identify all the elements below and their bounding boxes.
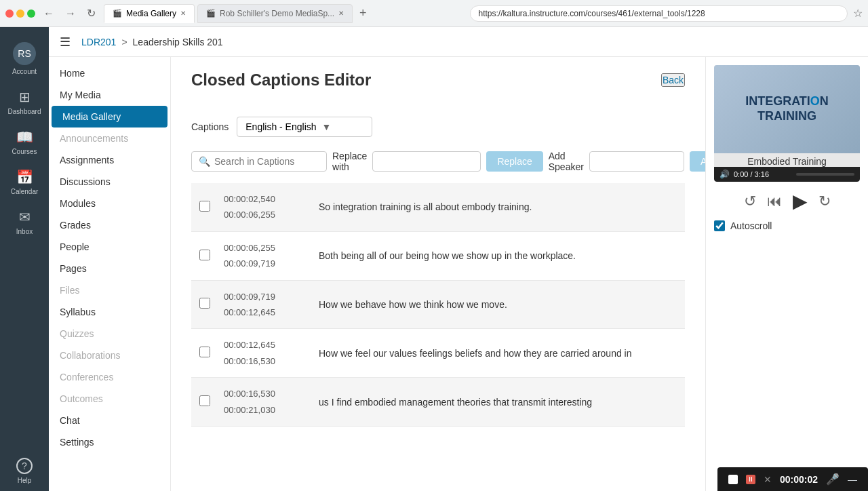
star-icon[interactable]: ☆	[853, 7, 863, 20]
caption-time-start: 00:00:12,645	[224, 337, 308, 353]
nav-dashboard[interactable]: ⊞ Dashboard	[0, 82, 49, 122]
rewind-button[interactable]: ↺	[744, 193, 756, 210]
video-thumb-image: INTEGRATIONTRAINING	[714, 65, 860, 153]
replace-button[interactable]: Replace	[486, 151, 542, 172]
search-input[interactable]	[214, 156, 323, 167]
table-row: 00:00:06,255 00:00:09,719 Both being all…	[191, 231, 685, 280]
close-dot[interactable]	[5, 9, 14, 18]
browser-chrome: ← → ↻ 🎬 Media Gallery ✕ 🎬 Rob Schiller's…	[0, 0, 868, 27]
caption-checkbox-cell	[191, 183, 218, 231]
sidebar-item-assignments[interactable]: Assignments	[49, 149, 170, 171]
caption-checkbox[interactable]	[199, 298, 210, 309]
video-progress-bar[interactable]	[796, 173, 854, 176]
caption-checkbox[interactable]	[199, 395, 210, 406]
breadcrumb-course-code[interactable]: LDR201	[81, 37, 116, 47]
caption-checkbox[interactable]	[199, 347, 210, 357]
sidebar-item-grades[interactable]: Grades	[49, 214, 170, 236]
caption-checkbox-cell	[191, 231, 218, 280]
tab-close-icon[interactable]: ✕	[180, 9, 186, 17]
back-button[interactable]: Back	[661, 73, 685, 87]
video-panel: INTEGRATIONTRAINING Embodied Training 🔊 …	[705, 57, 868, 491]
caption-time-end: 00:00:06,255	[224, 207, 308, 222]
tab-label: Media Gallery	[126, 9, 176, 18]
account-avatar: RS	[13, 42, 36, 65]
caption-checkbox[interactable]	[199, 250, 210, 260]
table-row: 00:00:16,530 00:00:21,030 us I find embo…	[191, 378, 685, 427]
pause-icon: ⏸	[747, 475, 754, 483]
sidebar-item-modules[interactable]: Modules	[49, 193, 170, 214]
new-tab-button[interactable]: +	[355, 6, 371, 20]
stop-button[interactable]	[728, 475, 738, 484]
sidebar-item-settings[interactable]: Settings	[49, 431, 170, 453]
nav-courses[interactable]: 📖 Courses	[0, 122, 49, 162]
tab2-close-icon[interactable]: ✕	[338, 9, 344, 17]
sidebar-item-chat[interactable]: Chat	[49, 410, 170, 431]
minimize-icon[interactable]: —	[848, 474, 857, 485]
nav-account-label: Account	[12, 68, 37, 75]
time-current: 0:00	[734, 170, 748, 178]
caption-text-cell[interactable]: How we behave how we think how we move.	[313, 280, 685, 329]
tab-demo[interactable]: 🎬 Rob Schiller's Demo MediaSp... ✕	[197, 4, 353, 23]
caption-checkbox[interactable]	[199, 201, 210, 212]
video-thumbnail: INTEGRATIONTRAINING Embodied Training 🔊 …	[714, 65, 860, 182]
sidebar: Home My Media Media Gallery Announcement…	[49, 57, 171, 491]
minimize-dot[interactable]	[16, 9, 24, 18]
search-replace-bar: 🔍 Replace with Replace Add Speaker Add	[191, 151, 685, 172]
play-button[interactable]: ▶	[793, 190, 808, 212]
sidebar-item-pages[interactable]: Pages	[49, 258, 170, 279]
volume-icon[interactable]: 🔊	[719, 170, 730, 179]
add-button[interactable]: Add	[690, 151, 705, 172]
maximize-dot[interactable]	[27, 9, 35, 18]
caption-text-cell[interactable]: Both being all of our being how we show …	[313, 231, 685, 280]
caption-time-end: 00:00:12,645	[224, 305, 308, 320]
pause-button[interactable]: ⏸	[746, 475, 755, 484]
sidebar-item-quizzes: Quizzes	[49, 323, 170, 345]
sidebar-item-my-media[interactable]: My Media	[49, 84, 170, 106]
caption-time-cell: 00:00:16,530 00:00:21,030	[218, 378, 313, 427]
url-bar[interactable]	[470, 5, 848, 22]
caption-time-start: 00:00:09,719	[224, 289, 308, 305]
sidebar-item-conferences: Conferences	[49, 366, 170, 388]
nav-account[interactable]: RS Account	[0, 35, 49, 82]
replace-input[interactable]	[372, 151, 481, 172]
recording-bar: ⏸ ✕ 00:00:02 🎤 —	[717, 467, 868, 491]
sidebar-item-home[interactable]: Home	[49, 62, 170, 84]
video-subtitle: Embodied Training	[714, 156, 860, 167]
inbox-icon: ✉	[19, 209, 31, 225]
sidebar-item-people[interactable]: People	[49, 236, 170, 258]
window-controls	[5, 9, 35, 18]
skip-back-button[interactable]: ⏮	[767, 193, 782, 210]
back-nav-button[interactable]: ←	[41, 6, 57, 21]
video-time-display: 0:00 / 3:16	[734, 170, 792, 178]
forward-nav-button[interactable]: →	[62, 6, 79, 21]
calendar-icon: 📅	[16, 169, 33, 185]
captions-toolbar: Captions English - English ▼	[191, 117, 685, 137]
nav-help[interactable]: ? Help	[0, 451, 49, 491]
close-recording-icon[interactable]: ✕	[764, 474, 772, 485]
editor-title: Closed Captions Editor	[191, 71, 371, 90]
nav-calendar-label: Calendar	[11, 188, 39, 195]
dashboard-icon: ⊞	[19, 89, 31, 105]
skip-forward-button[interactable]: ↻	[818, 193, 831, 210]
table-row: 00:00:09,719 00:00:12,645 How we behave …	[191, 280, 685, 329]
caption-text-cell[interactable]: So integration training is all about emb…	[313, 183, 685, 231]
nav-calendar[interactable]: 📅 Calendar	[0, 162, 49, 202]
nav-inbox[interactable]: ✉ Inbox	[0, 202, 49, 242]
captions-label: Captions	[191, 121, 229, 132]
autoscroll-checkbox[interactable]	[714, 220, 725, 231]
captions-select[interactable]: English - English ▼	[237, 117, 372, 137]
caption-checkbox-cell	[191, 280, 218, 329]
caption-text-cell[interactable]: How we feel our values feelings beliefs …	[313, 329, 685, 378]
tab-media-gallery[interactable]: 🎬 Media Gallery ✕	[104, 4, 195, 23]
reload-button[interactable]: ↻	[84, 5, 98, 21]
sidebar-item-outcomes: Outcomes	[49, 388, 170, 410]
sidebar-item-syllabus[interactable]: Syllabus	[49, 301, 170, 323]
sidebar-item-discussions[interactable]: Discussions	[49, 171, 170, 193]
hamburger-icon[interactable]: ☰	[60, 35, 71, 50]
caption-checkbox-cell	[191, 329, 218, 378]
microphone-icon[interactable]: 🎤	[826, 473, 840, 486]
caption-text-cell[interactable]: us I find embodied management theories t…	[313, 378, 685, 427]
recording-time: 00:00:02	[780, 474, 818, 485]
sidebar-item-media-gallery[interactable]: Media Gallery	[52, 106, 167, 127]
add-speaker-input[interactable]	[589, 151, 684, 172]
